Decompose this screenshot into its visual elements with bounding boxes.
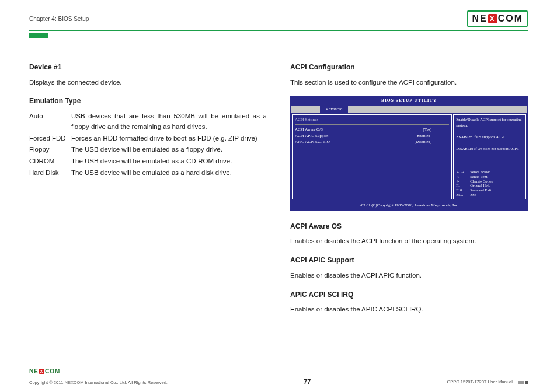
footer-logo: NEXCOM	[29, 368, 60, 374]
footer: NEXCOM Copyright © 2011 NEXCOM Internati…	[29, 365, 528, 385]
footer-rule	[29, 376, 528, 376]
bios-row-apic: ACPI APIC Support[Enabled]	[295, 133, 449, 139]
acpi-aware-heading: ACPI Aware OS	[290, 221, 528, 232]
corner-squares-icon	[517, 380, 528, 385]
x-icon: X	[39, 369, 44, 374]
page-number: 77	[304, 378, 311, 385]
bios-title: BIOS SETUP UTILITY	[291, 96, 527, 106]
desc-auto: USB devices that are less than 530MB wil…	[71, 111, 267, 132]
desc-forced-fdd: Forces an HDD formatted drive to boot as…	[71, 134, 267, 144]
content-columns: Device #1 Displays the connected device.…	[29, 62, 528, 323]
term-cdrom: CDROM	[29, 156, 71, 167]
emulation-table: Auto USB devices that are less than 530M…	[29, 111, 267, 178]
acpi-apic-desc: Enables or disables the ACPI APIC functi…	[290, 271, 528, 281]
bios-tabs: Advanced	[291, 106, 527, 113]
desc-harddisk: The USB device will be emulated as a har…	[71, 168, 267, 178]
right-column: ACPI Configuration This section is used …	[290, 62, 528, 323]
header-accent	[29, 33, 48, 38]
copyright: Copyright © 2011 NEXCOM International Co…	[29, 380, 168, 385]
bios-help-panel: Enable/Disable ACPI support for operatin…	[453, 114, 526, 200]
bios-help-text: Enable/Disable ACPI support for operatin…	[456, 117, 523, 152]
manual-label: OPPC 1520T/1720T User Manual	[447, 379, 528, 385]
term-harddisk: Hard Disk	[29, 168, 71, 178]
acpi-config-desc: This section is used to configure the AC…	[290, 78, 528, 88]
acpi-apic-heading: ACPI APIC Support	[290, 255, 528, 266]
bios-screenshot: BIOS SETUP UTILITY Advanced ACPI Setting…	[290, 96, 528, 210]
emulation-heading: Emulation Type	[29, 96, 267, 107]
bios-nav-legend: ← →Select Screen ↑↓Select Item +-Change …	[456, 170, 523, 197]
footer-line: Copyright © 2011 NEXCOM International Co…	[29, 378, 528, 385]
apic-sci-heading: APIC ACPI SCI IRQ	[290, 289, 528, 300]
device-desc: Displays the connected device.	[29, 78, 267, 88]
bios-section: ACPI Settings	[295, 117, 449, 125]
term-floppy: Floppy	[29, 145, 71, 155]
chapter-label: Chapter 4: BIOS Setup	[29, 16, 89, 22]
x-icon: X	[488, 14, 497, 23]
brand-logo: NEXCOM	[467, 10, 528, 27]
bios-row-aware: ACPI Aware O/S[Yes]	[295, 127, 449, 133]
bios-footer: v02.61 (C)Copyright 1985-2006, American …	[291, 201, 527, 210]
acpi-aware-desc: Enables or disables the ACPI function of…	[290, 236, 528, 247]
bios-body: ACPI Settings ACPI Aware O/S[Yes] ACPI A…	[291, 113, 527, 201]
desc-floppy: The USB device will be emulated as a flo…	[71, 145, 267, 155]
apic-sci-desc: Enables or disables the APIC ACPI SCI IR…	[290, 304, 528, 315]
term-auto: Auto	[29, 111, 71, 132]
device-heading: Device #1	[29, 62, 267, 73]
bios-left-panel: ACPI Settings ACPI Aware O/S[Yes] ACPI A…	[292, 114, 452, 200]
left-column: Device #1 Displays the connected device.…	[29, 62, 267, 323]
term-forced-fdd: Forced FDD	[29, 134, 71, 144]
header-rule	[29, 30, 528, 32]
bios-row-sci: APIC ACPI SCI IRQ[Disabled]	[295, 139, 449, 145]
acpi-config-heading: ACPI Configuration	[290, 62, 528, 73]
bios-tab-advanced: Advanced	[320, 106, 348, 113]
desc-cdrom: The USB device will be emulated as a CD-…	[71, 156, 267, 167]
header: Chapter 4: BIOS Setup NEXCOM	[29, 0, 528, 30]
